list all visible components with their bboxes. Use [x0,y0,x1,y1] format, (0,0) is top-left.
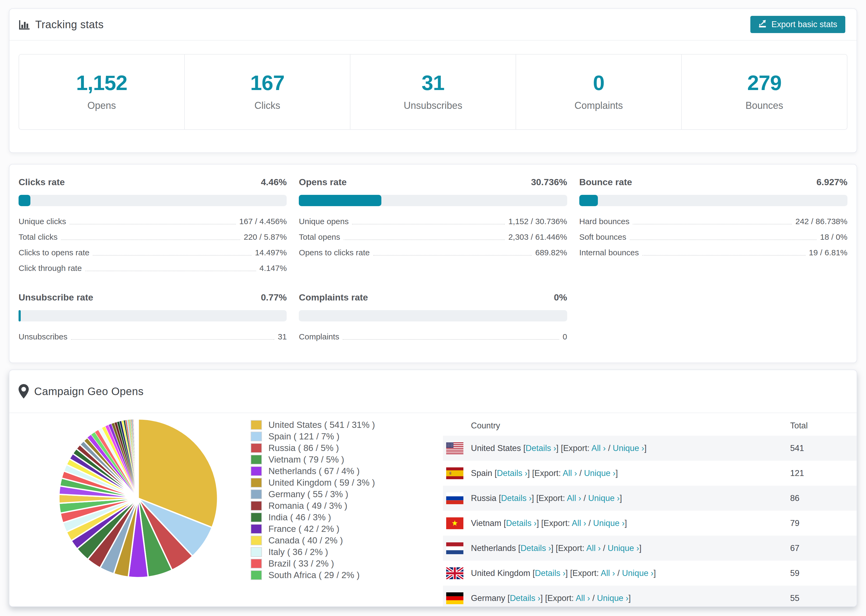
export-unique-link[interactable]: Unique › [622,569,653,578]
bar-chart-icon [19,19,30,30]
country-cell: United States [Details ›] [Export: All ›… [443,442,790,454]
stat-card-complaints: 0Complaints [516,55,681,129]
legend-label: Russia ( 86 / 5% ) [268,443,339,453]
legend-item-south-africa: South Africa ( 29 / 2% ) [251,569,375,581]
export-unique-link[interactable]: Unique › [608,544,639,553]
export-unique-link[interactable]: Unique › [612,443,644,453]
rate-block-opens-rate: Opens rate30.736%Unique opens1,152 / 30.… [299,177,567,276]
details-link[interactable]: Details › [520,544,551,553]
geo-table-row-russia: Russia [Details ›] [Export: All › / Uniq… [443,486,857,511]
export-basic-stats-button[interactable]: Export basic stats [750,16,845,33]
details-link[interactable]: Details › [526,443,556,453]
rate-value: 4.46% [261,177,287,187]
details-link[interactable]: Details › [510,593,540,603]
stat-label: Unsubscribes [350,100,516,111]
legend-swatch-icon [251,489,262,499]
export-all-link[interactable]: All › [567,493,581,503]
geo-table-row-spain: Spain [Details ›] [Export: All › / Uniqu… [443,460,857,486]
legend-item-romania: Romania ( 49 / 3% ) [251,500,375,511]
metric-value: 2,303 / 61.446% [508,233,567,242]
dotted-leader [352,224,505,225]
total-cell: 67 [790,544,857,553]
export-unique-link[interactable]: Unique › [584,468,615,478]
export-icon [759,19,767,30]
legend-swatch-icon [251,559,262,569]
legend-item-germany: Germany ( 55 / 3% ) [251,488,375,500]
rate-block-clicks-rate: Clicks rate4.46%Unique clicks167 / 4.456… [19,177,287,276]
legend-label: Brazil ( 33 / 2% ) [268,558,334,569]
metric-row-unsubscribes: Unsubscribes31 [19,329,287,344]
export-all-link[interactable]: All › [563,468,577,478]
stat-value: 0 [516,71,681,95]
total-cell: 55 [790,593,857,603]
rate-progress-track [19,310,287,321]
rate-head: Complaints rate0% [299,292,567,303]
rate-head: Clicks rate4.46% [19,177,287,187]
stat-card-opens: 1,152Opens [19,55,184,129]
rate-block-bounce-rate: Bounce rate6.927%Hard bounces242 / 86.73… [579,177,847,276]
legend-item-india: India ( 46 / 3% ) [251,511,375,523]
export-all-link[interactable]: All › [586,544,601,553]
legend-item-brazil: Brazil ( 33 / 2% ) [251,558,375,569]
details-link[interactable]: Details › [501,493,532,503]
legend-item-united-kingdom: United Kingdom ( 59 / 3% ) [251,477,375,488]
metric-label: Internal bounces [579,248,639,257]
geo-content: United States ( 541 / 31% )Spain ( 121 /… [9,413,857,607]
tracking-stats-card: Tracking stats Export basic stats 1,152O… [9,8,857,153]
legend-label: Vietnam ( 79 / 5% ) [268,454,344,465]
geo-table: Country Total United States [Details ›] … [443,416,857,607]
stat-card-clicks: 167Clicks [184,55,350,129]
export-unique-link[interactable]: Unique › [588,493,620,503]
dotted-leader [630,239,817,240]
legend-label: France ( 42 / 2% ) [268,524,339,534]
rate-metrics: Complaints0 [299,329,567,344]
export-unique-link[interactable]: Unique › [593,519,625,528]
geo-table-header: Country Total [443,416,857,436]
rate-head: Bounce rate6.927% [579,177,847,187]
legend-swatch-icon [251,432,262,441]
metric-label: Hard bounces [579,217,630,226]
dotted-leader [70,224,236,225]
legend-swatch-icon [251,524,262,534]
rate-metrics: Hard bounces242 / 86.738%Soft bounces18 … [579,214,847,261]
export-unique-link[interactable]: Unique › [597,593,628,603]
legend-swatch-icon [251,478,262,487]
metric-value: 14.497% [255,248,287,257]
rate-head: Opens rate30.736% [299,177,567,187]
legend-swatch-icon [251,547,262,557]
export-all-link[interactable]: All › [576,593,590,603]
tracking-stats-header: Tracking stats Export basic stats [9,9,857,41]
country-name: Netherlands [471,544,516,553]
metric-label: Soft bounces [579,233,627,242]
details-link[interactable]: Details › [497,468,527,478]
rate-progress-track [299,310,567,321]
flag-nl-icon [446,542,463,554]
dashboard-page: Tracking stats Export basic stats 1,152O… [0,0,866,616]
details-link[interactable]: Details › [535,569,565,578]
rate-metrics: Unique clicks167 / 4.456%Total clicks220… [19,214,287,276]
rate-value: 6.927% [817,177,847,187]
export-all-link[interactable]: All › [572,519,586,528]
dotted-leader [71,339,274,340]
rate-progress-track [579,195,847,206]
metric-value: 242 / 86.738% [795,217,847,226]
details-link[interactable]: Details › [506,519,537,528]
stat-value: 1,152 [19,71,184,95]
metric-label: Clicks to opens rate [19,248,89,257]
export-all-link[interactable]: All › [601,569,615,578]
legend-item-vietnam: Vietnam ( 79 / 5% ) [251,454,375,465]
stat-label: Complaints [516,100,681,111]
total-column-header: Total [790,421,857,431]
total-cell: 541 [790,443,857,453]
metric-value: 689.82% [535,248,567,257]
metric-row-total-opens: Total opens2,303 / 61.446% [299,229,567,245]
dotted-leader [61,239,240,240]
geo-opens-pie-chart [56,416,220,580]
rate-title: Complaints rate [299,292,368,303]
legend-item-canada: Canada ( 40 / 2% ) [251,534,375,546]
export-all-link[interactable]: All › [591,443,606,453]
metric-value: 167 / 4.456% [239,217,287,226]
geo-table-row-netherlands: Netherlands [Details ›] [Export: All › /… [443,536,857,561]
flag-us-icon [446,442,463,454]
metric-row-complaints: Complaints0 [299,329,567,344]
